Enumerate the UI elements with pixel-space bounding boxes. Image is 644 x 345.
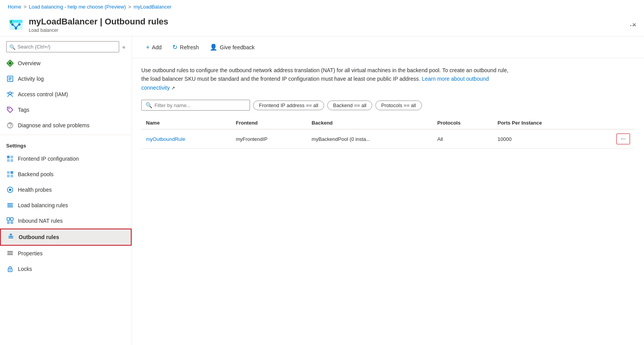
svg-point-6 [15,27,17,29]
rule-name-link[interactable]: myOutboundRule [146,136,185,142]
filter-backend[interactable]: Backend == all [327,101,372,110]
sidebar-item-lb-rules-label: Load balancing rules [18,202,68,208]
filter-search-icon: 🔍 [146,102,152,108]
sidebar-item-properties[interactable]: Properties [0,246,132,261]
close-button[interactable]: × [632,21,636,29]
properties-icon [6,250,14,257]
filter-search-box[interactable]: 🔍 [141,100,250,111]
svg-rect-21 [7,159,10,162]
svg-rect-33 [10,218,13,220]
sidebar-item-overview[interactable]: Overview [0,55,132,71]
sidebar-search-wrap: 🔍 « [6,41,125,52]
svg-rect-35 [10,221,13,224]
svg-rect-34 [7,221,10,224]
main-layout: 🔍 « Overview Activity log [0,36,644,345]
svg-rect-20 [10,156,13,158]
sidebar-item-health-probes[interactable]: Health probes [0,182,132,198]
refresh-button[interactable]: ↻ Refresh [168,41,203,53]
breadcrumb-home[interactable]: Home [8,4,21,10]
content-body: Use outbound rules to configure the outb… [132,58,644,345]
sidebar-item-properties-label: Properties [18,250,43,257]
page-titles: myLoadBalancer | Outbound rules Load bal… [29,17,625,33]
sidebar-item-inbound-nat-label: Inbound NAT rules [18,218,62,224]
svg-rect-32 [7,218,10,220]
sidebar-item-diagnose-label: Diagnose and solve problems [18,122,89,128]
sidebar-item-diagnose[interactable]: Diagnose and solve problems [0,118,132,133]
sidebar-item-activity-log[interactable]: Activity log [0,71,132,87]
tags-icon [6,106,14,114]
sidebar-item-outbound-rules[interactable]: Outbound rules [0,229,132,246]
page-title: myLoadBalancer | Outbound rules [29,17,625,27]
add-button[interactable]: + Add [141,42,166,53]
page-subtitle: Load balancer [29,28,625,33]
sidebar-item-inbound-nat[interactable]: Inbound NAT rules [0,213,132,229]
description-text: Use outbound rules to configure the outb… [141,66,514,92]
frontend-ip-icon [6,155,14,163]
svg-rect-19 [7,156,10,158]
sidebar: 🔍 « Overview Activity log [0,36,132,345]
col-header-protocols: Protocols [432,117,493,129]
overview-icon [6,59,14,67]
locks-icon [6,265,14,273]
breadcrumb-resource[interactable]: myLoadBalancer [134,4,172,10]
sidebar-item-access-control[interactable]: Access control (IAM) [0,87,132,102]
svg-rect-22 [10,159,13,162]
settings-section-label: Settings [0,137,132,151]
lb-rules-icon [6,201,14,209]
breadcrumb-lb-choose[interactable]: Load balancing - help me choose (Preview… [29,4,126,10]
sidebar-item-locks[interactable]: Locks [0,261,132,277]
svg-rect-26 [10,175,13,177]
svg-point-16 [9,108,10,109]
add-icon: + [146,44,149,51]
feedback-button[interactable]: 👤 Give feedback [205,41,259,53]
svg-point-18 [10,127,10,128]
feedback-icon: 👤 [210,43,217,51]
sidebar-item-lb-rules[interactable]: Load balancing rules [0,198,132,213]
cell-actions: ··· [592,129,635,149]
cell-frontend: myFrontendIP [231,129,307,149]
svg-rect-24 [10,171,13,174]
filter-name-input[interactable] [154,102,246,108]
col-header-frontend: Frontend [231,117,307,129]
sidebar-item-frontend-ip-label: Frontend IP configuration [18,156,79,162]
svg-point-15 [12,92,13,94]
sidebar-item-access-control-label: Access control (IAM) [18,91,68,97]
page-header: myLoadBalancer | Outbound rules Load bal… [0,14,644,36]
sidebar-item-frontend-ip[interactable]: Frontend IP configuration [0,151,132,166]
col-header-actions [592,117,635,129]
sidebar-item-tags-label: Tags [18,107,30,113]
toolbar: + Add ↻ Refresh 👤 Give feedback [132,36,644,58]
row-more-button[interactable]: ··· [616,133,630,144]
diagnose-icon [6,121,14,129]
inbound-nat-icon [6,217,14,225]
sidebar-item-activity-log-label: Activity log [18,76,44,82]
filter-frontend-ip[interactable]: Frontend IP address == all [253,101,324,110]
cell-ports: 10000 [493,129,592,149]
col-header-ports: Ports Per Instance [493,117,592,129]
filter-protocols[interactable]: Protocols == all [375,101,422,110]
svg-point-28 [9,189,11,191]
backend-pools-icon [6,170,14,178]
col-header-backend: Backend [307,117,433,129]
svg-point-14 [7,92,9,94]
svg-point-13 [9,92,11,94]
content-area: + Add ↻ Refresh 👤 Give feedback Use outb… [132,36,644,345]
table-row: myOutboundRule myFrontendIP myBackendPoo… [141,129,635,149]
sidebar-item-outbound-rules-label: Outbound rules [19,234,59,240]
cell-backend: myBackendPool (0 insta... [307,129,433,149]
cell-protocols: All [432,129,493,149]
sidebar-item-backend-pools[interactable]: Backend pools [0,166,132,182]
sidebar-collapse-button[interactable]: « [122,44,125,50]
svg-point-4 [11,23,14,26]
sidebar-item-tags[interactable]: Tags [0,102,132,118]
external-link-icon: ↗ [171,85,175,91]
nav-divider-settings [0,135,132,135]
access-control-icon [6,90,14,98]
svg-rect-25 [7,175,10,177]
health-probes-icon [6,186,14,194]
col-header-name: Name [141,117,231,129]
sidebar-item-health-probes-label: Health probes [18,187,52,193]
sidebar-item-locks-label: Locks [18,266,32,272]
sidebar-search-input[interactable] [6,41,119,52]
breadcrumb: Home > Load balancing - help me choose (… [0,0,644,14]
